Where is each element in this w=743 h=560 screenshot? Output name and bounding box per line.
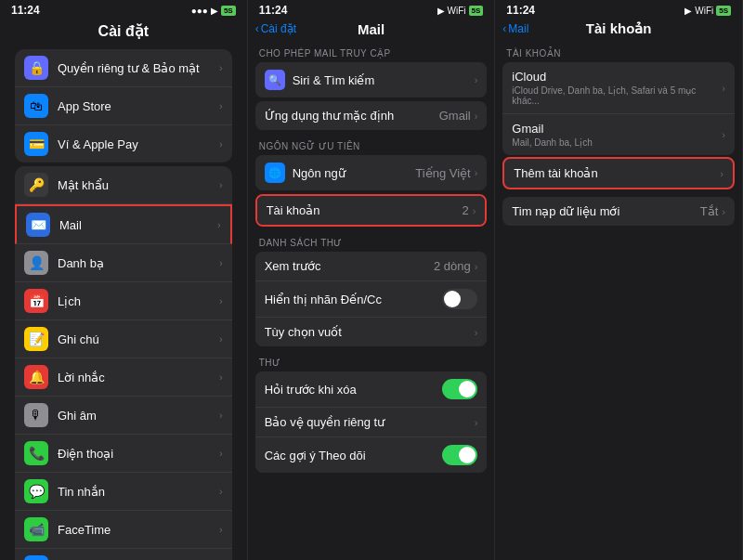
appstore-label: App Store: [58, 99, 219, 113]
siri-chevron: ›: [475, 74, 478, 85]
icloud-chevron: ›: [722, 83, 725, 94]
settings-item-privacy[interactable]: 🔒 Quyền riêng tư & Bảo mật ›: [15, 49, 232, 87]
accounts-count: 2: [462, 203, 468, 217]
add-account-row[interactable]: Thêm tài khoản ›: [502, 157, 735, 189]
safari-icon: 🧭: [24, 555, 48, 560]
section-label-accounts: TÀI KHOẢN: [502, 41, 735, 62]
settings-item-calendar[interactable]: 📅 Lịch ›: [15, 282, 232, 320]
settings-item-reminders[interactable]: 🔔 Lời nhắc ›: [15, 358, 232, 397]
status-time-2: 11:24: [259, 4, 288, 17]
privacy-label: Quyền riêng tư & Bảo mật: [58, 61, 219, 75]
settings-item-phone[interactable]: 📞 Điện thoại ›: [15, 435, 232, 473]
cell-ask-delete[interactable]: Hỏi trước khi xóa: [255, 371, 488, 408]
siri-icon: 🔍: [265, 70, 285, 90]
swipe-chevron: ›: [475, 327, 478, 338]
settings-item-safari[interactable]: 🧭 Safari ›: [15, 549, 232, 560]
account-row-gmail[interactable]: Gmail Mail, Danh ba, Lịch ›: [502, 114, 735, 155]
cell-default-app[interactable]: Ứng dụng thư mặc định Gmail ›: [255, 101, 488, 130]
phone-icon: 📞: [24, 441, 48, 465]
fetch-value: Tắt: [700, 204, 719, 218]
panel-settings: 11:24 ●●● ▶ 5S Cài đặt 🔒 Quyền riêng tư …: [0, 0, 248, 560]
nav-title-3: Tài khoản: [586, 20, 652, 37]
settings-item-notes[interactable]: 📝 Ghi chú ›: [15, 320, 232, 358]
back-chevron-3: ‹: [502, 22, 506, 35]
cell-privacy[interactable]: Bảo vệ quyền riêng tư ›: [255, 408, 488, 437]
show-labels-toggle[interactable]: [442, 289, 477, 309]
wallet-chevron: ›: [219, 138, 223, 150]
cell-accounts[interactable]: Tài khoản 2 ›: [257, 196, 486, 225]
nav-back-label-3: Mail: [508, 22, 528, 35]
cell-siri[interactable]: 🔍 Siri & Tìm kiếm ›: [255, 62, 488, 98]
gmail-name: Gmail: [512, 122, 722, 136]
status-icons-3: ▶ WiFi 5S: [684, 6, 731, 16]
notes-icon: 📝: [24, 327, 48, 351]
cell-preview[interactable]: Xem trước 2 dòng ›: [255, 252, 488, 281]
settings-item-password[interactable]: 🔑 Mật khẩu ›: [15, 166, 232, 204]
appstore-icon: 🛍: [24, 94, 48, 118]
privacy-mail-label: Bảo vệ quyền riêng tư: [265, 415, 475, 429]
cell-language[interactable]: 🌐 Ngôn ngữ Tiếng Việt ›: [255, 155, 488, 190]
notes-label: Ghi chú: [58, 332, 219, 346]
siri-label: Siri & Tìm kiếm: [293, 73, 475, 87]
phone-label: Điện thoại: [58, 447, 219, 461]
accounts-scroll[interactable]: TÀI KHOẢN iCloud iCloud Drive, Danh ba, …: [495, 41, 742, 560]
preview-value: 2 dòng: [434, 259, 471, 273]
settings-item-contacts[interactable]: 👤 Danh bạ ›: [15, 244, 232, 282]
wallet-label: Ví & Apple Pay: [58, 137, 219, 151]
status-bar-2: 11:24 ▶ WiFi 5S: [248, 0, 495, 19]
ask-delete-label: Hỏi trước khi xóa: [265, 383, 443, 397]
nav-title-1: Cài đặt: [0, 19, 247, 46]
facetime-label: FaceTime: [58, 523, 219, 537]
reminders-label: Lời nhắc: [58, 371, 219, 384]
settings-item-messages[interactable]: 💬 Tin nhắn ›: [15, 473, 232, 511]
nav-back-2[interactable]: ‹ Cài đặt: [255, 22, 296, 35]
phone-chevron: ›: [219, 448, 223, 459]
preview-chevron: ›: [475, 261, 478, 272]
default-app-value: Gmail: [439, 109, 471, 123]
settings-scroll[interactable]: 🔒 Quyền riêng tư & Bảo mật › 🛍 App Store…: [0, 46, 247, 560]
settings-item-appstore[interactable]: 🛍 App Store ›: [15, 87, 232, 125]
notes-chevron: ›: [219, 333, 223, 345]
settings-item-mail[interactable]: ✉️ Mail ›: [15, 204, 232, 244]
calendar-chevron: ›: [219, 295, 223, 306]
messages-chevron: ›: [219, 486, 223, 497]
status-bar-3: 11:24 ▶ WiFi 5S: [495, 0, 742, 19]
settings-item-facetime[interactable]: 📹 FaceTime ›: [15, 511, 232, 549]
settings-item-voice-memos[interactable]: 🎙 Ghi âm ›: [15, 397, 232, 435]
contacts-chevron: ›: [219, 257, 223, 268]
cell-follow[interactable]: Các gợi ý Theo dõi: [255, 437, 488, 473]
preview-label: Xem trước: [265, 259, 434, 273]
settings-item-wallet[interactable]: 💳 Ví & Apple Pay ›: [15, 125, 232, 163]
battery-badge-2: 5S: [469, 6, 484, 16]
mail-scroll[interactable]: CHO PHÉP MAIL TRUY CẬP 🔍 Siri & Tìm kiếm…: [248, 41, 495, 560]
fetch-label: Tim nạp dữ liệu mới: [512, 204, 699, 218]
wallet-icon: 💳: [24, 132, 48, 156]
section-label-access: CHO PHÉP MAIL TRUY CẬP: [255, 41, 488, 62]
password-label: Mật khẩu: [58, 178, 219, 192]
cell-swipe[interactable]: Tùy chọn vuốt ›: [255, 318, 488, 346]
battery-badge-1: 5S: [221, 6, 236, 16]
mail-icon: ✉️: [26, 213, 50, 237]
privacy-mail-chevron: ›: [475, 417, 478, 428]
privacy-chevron: ›: [219, 62, 223, 73]
nav-back-3[interactable]: ‹ Mail: [502, 22, 528, 35]
icloud-detail: iCloud Drive, Danh ba, Lịch, Safari và 5…: [512, 85, 722, 106]
status-time-1: 11:24: [11, 4, 40, 17]
accounts-chevron: ›: [473, 205, 476, 216]
contacts-label: Danh bạ: [58, 256, 219, 270]
account-row-icloud[interactable]: iCloud iCloud Drive, Danh ba, Lịch, Safa…: [502, 62, 735, 114]
cell-show-labels[interactable]: Hiển thị nhãn Đến/Cc: [255, 281, 488, 318]
gmail-detail: Mail, Danh ba, Lịch: [512, 137, 722, 148]
mail-chevron: ›: [217, 219, 221, 230]
language-chevron: ›: [475, 167, 478, 178]
fetch-data-row[interactable]: Tim nạp dữ liệu mới Tắt ›: [502, 197, 735, 226]
status-bar-1: 11:24 ●●● ▶ 5S: [0, 0, 247, 19]
gmail-chevron: ›: [722, 129, 725, 140]
ask-delete-toggle[interactable]: [442, 379, 477, 399]
follow-toggle[interactable]: [442, 445, 477, 465]
settings-group-2: 🔑 Mật khẩu › ✉️ Mail › 👤 Danh bạ › 📅 Lịc…: [15, 166, 232, 560]
section-label-lang: NGÔN NGỮ ƯU TIÊN: [255, 134, 488, 155]
status-time-3: 11:24: [506, 4, 535, 17]
show-labels-label: Hiển thị nhãn Đến/Cc: [265, 293, 443, 306]
back-chevron-2: ‹: [255, 22, 259, 35]
